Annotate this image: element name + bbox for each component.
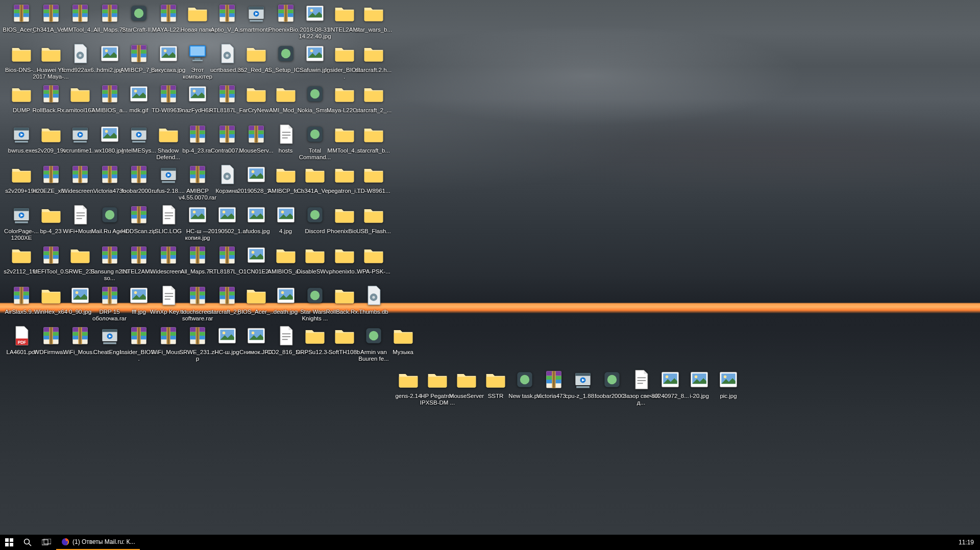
task-view-button[interactable] xyxy=(37,535,56,550)
rar-icon xyxy=(97,82,122,106)
img-icon xyxy=(127,283,151,308)
desktop-icon[interactable]: TD-W8961... xyxy=(354,162,393,194)
desktop-icon[interactable]: pic.jpg xyxy=(709,367,748,399)
desktop[interactable]: BIOS_Acer_...Ch341A_Ve...MMTool_4....All… xyxy=(0,0,980,535)
rar-icon xyxy=(185,323,210,348)
rar-icon xyxy=(9,283,34,308)
app-icon xyxy=(97,203,122,227)
folder-icon xyxy=(361,41,386,66)
icon-label: starcraft_2_... xyxy=(356,107,391,114)
start-button[interactable] xyxy=(0,535,18,550)
rar-icon xyxy=(127,243,151,267)
txt-icon xyxy=(156,203,181,227)
rar-icon xyxy=(39,82,63,106)
rar-icon xyxy=(97,1,122,26)
folder-icon xyxy=(39,41,63,66)
txt-icon xyxy=(274,122,298,146)
rar-icon xyxy=(39,323,63,348)
rar-icon xyxy=(542,367,566,392)
icon-label: WPA-PSK-... xyxy=(357,268,390,275)
folder-icon xyxy=(185,1,210,26)
exe-icon xyxy=(68,122,92,146)
app-icon xyxy=(512,367,537,392)
rar-icon xyxy=(215,122,239,146)
rar-icon xyxy=(215,1,239,26)
rar-icon xyxy=(127,323,151,348)
rar-icon xyxy=(244,122,268,146)
icon-label: bp-4_23 xyxy=(40,228,61,235)
taskbar-app-firefox[interactable]: (1) Ответы Mail.ru: К... xyxy=(56,535,140,550)
task-view-icon xyxy=(42,539,51,546)
folder-icon xyxy=(332,1,357,26)
app-icon xyxy=(303,283,327,308)
icon-label: 4.jpg xyxy=(279,228,292,235)
desktop-icon[interactable]: starcraft_2_... xyxy=(354,82,393,114)
folder-icon xyxy=(332,82,357,106)
search-button[interactable] xyxy=(18,535,37,550)
img-icon xyxy=(68,283,92,308)
app-icon xyxy=(303,122,327,146)
desktop-icon[interactable]: starcraft.2.h... xyxy=(354,41,393,73)
rar-icon xyxy=(68,1,92,26)
desktop-icon[interactable]: starcraft_b... xyxy=(354,122,393,154)
rar-icon xyxy=(97,243,122,267)
folder-icon xyxy=(9,243,34,267)
icon-label: Корзина xyxy=(216,188,238,194)
folder-icon xyxy=(244,41,268,66)
pc-icon xyxy=(185,41,210,66)
folder-icon xyxy=(156,122,181,146)
bin-icon xyxy=(68,41,92,66)
folder-icon xyxy=(361,203,386,227)
folder-icon xyxy=(483,367,508,392)
exe-icon xyxy=(9,122,34,146)
icon-label: death.jpg xyxy=(274,309,298,315)
txt-icon xyxy=(274,323,298,348)
txt-icon xyxy=(629,367,653,392)
folder-icon xyxy=(361,122,386,146)
icon-label: hdmi2.jpg xyxy=(97,67,122,73)
rar-icon xyxy=(9,1,34,26)
img-icon xyxy=(658,367,682,392)
app-icon xyxy=(303,203,327,227)
rar-icon xyxy=(185,122,210,146)
exe-icon xyxy=(156,162,181,187)
icon-label: fff.jpg xyxy=(132,309,146,315)
folder-icon xyxy=(361,82,386,106)
desktop-icon[interactable]: Музыка xyxy=(384,323,423,356)
desktop-icon[interactable]: star_wars_b... xyxy=(354,1,393,33)
folder-icon xyxy=(332,203,357,227)
svg-line-5 xyxy=(29,544,32,546)
rar-icon xyxy=(68,323,92,348)
desktop-icon[interactable]: WPA-PSK-... xyxy=(354,243,393,275)
img-icon xyxy=(185,203,210,227)
desktop-icon[interactable]: USB_Flash... xyxy=(354,203,393,235)
rar-icon xyxy=(127,41,151,66)
folder-icon xyxy=(396,367,421,392)
folder-icon xyxy=(39,203,63,227)
icon-label: starcraft.2.h... xyxy=(356,67,391,73)
taskbar-clock[interactable]: 11:19 xyxy=(952,539,980,546)
folder-icon xyxy=(9,162,34,187)
rar-icon xyxy=(97,283,122,308)
folder-icon xyxy=(274,243,298,267)
icon-label: USB_Flash... xyxy=(356,228,391,235)
img-icon xyxy=(215,323,239,348)
icon-label: hosts xyxy=(279,147,293,154)
folder-icon xyxy=(332,162,357,187)
svg-rect-0 xyxy=(5,538,9,542)
folder-icon xyxy=(332,41,357,66)
folder-icon xyxy=(332,243,357,267)
exe-icon xyxy=(9,203,34,227)
svg-rect-2 xyxy=(5,543,9,546)
bin-icon xyxy=(215,162,239,187)
icon-label: pic.jpg xyxy=(720,393,737,399)
folder-icon xyxy=(391,323,415,348)
exe-icon xyxy=(571,367,595,392)
txt-icon xyxy=(68,203,92,227)
img-icon xyxy=(303,41,327,66)
exe-icon xyxy=(97,323,122,348)
desktop-icon[interactable]: Thumbs.db xyxy=(354,283,393,315)
img-icon xyxy=(215,203,239,227)
icon-label: Музыка xyxy=(393,349,413,356)
rar-icon xyxy=(39,162,63,187)
